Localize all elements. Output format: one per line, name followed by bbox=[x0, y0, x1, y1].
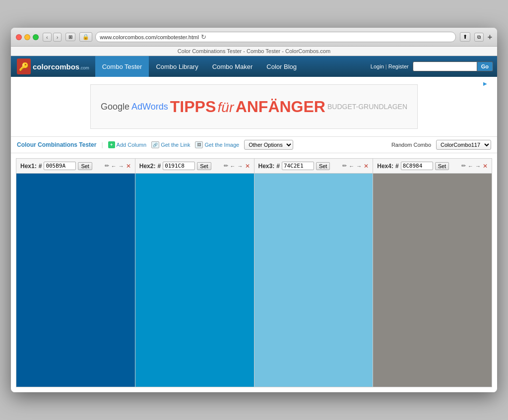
color-label-2: Hex2: # Set bbox=[139, 162, 211, 170]
hex-input-1[interactable] bbox=[44, 162, 76, 170]
address-bar-area: 🔒 www.colorcombos.com/combotester.html ↻ bbox=[79, 32, 455, 42]
search-button[interactable]: Go bbox=[477, 61, 493, 71]
ad-arrow-icon: ▶ bbox=[483, 81, 487, 86]
hex-label-4: Hex4: bbox=[377, 163, 393, 170]
nav-item-combo-tester[interactable]: Combo Tester bbox=[95, 56, 149, 77]
arrow-left-icon-2[interactable]: ← bbox=[230, 163, 236, 169]
share-button[interactable]: 🔒 bbox=[79, 32, 92, 42]
color-swatch-2 bbox=[135, 174, 254, 387]
arrow-right-icon-1[interactable]: → bbox=[119, 163, 124, 169]
hex-input-3[interactable] bbox=[282, 162, 314, 170]
new-tab-button[interactable]: ⧉ bbox=[474, 33, 484, 42]
edit-icon-4[interactable]: ✏ bbox=[461, 163, 466, 169]
hex-label-1: Hex1: bbox=[20, 163, 37, 170]
hash-symbol-2: # bbox=[157, 163, 161, 170]
minimize-button[interactable] bbox=[24, 34, 30, 40]
color-label-3: Hex3: # Set bbox=[258, 162, 330, 170]
add-column-button[interactable]: + Add Column bbox=[108, 141, 147, 148]
set-button-2[interactable]: Set bbox=[197, 162, 211, 170]
other-options-dropdown[interactable]: Other Options bbox=[244, 140, 293, 150]
nav-right: Login | Register Go bbox=[367, 61, 497, 71]
add-column-icon: + bbox=[108, 141, 115, 148]
color-header-actions-3: ✏ ← → ✕ bbox=[342, 163, 369, 170]
color-header-1: Hex1: # Set ✏ ← → ✕ bbox=[16, 159, 135, 174]
color-label-4: Hex4: # Set bbox=[377, 162, 449, 170]
set-button-1[interactable]: Set bbox=[78, 162, 92, 170]
page-title: Color Combinations Tester - Combo Tester… bbox=[178, 48, 330, 54]
hash-symbol-3: # bbox=[276, 163, 280, 170]
combo-name-dropdown[interactable]: ColorCombo117 bbox=[436, 140, 491, 150]
search-bar: Go bbox=[413, 61, 493, 71]
color-column-4: Hex4: # Set ✏ ← → ✕ bbox=[373, 159, 492, 387]
add-column-label: Add Column bbox=[117, 142, 147, 148]
hex-input-2[interactable] bbox=[163, 162, 195, 170]
hash-symbol-1: # bbox=[39, 163, 42, 170]
color-swatch-1 bbox=[16, 174, 135, 387]
delete-icon-3[interactable]: ✕ bbox=[364, 163, 369, 170]
hex-label-3: Hex3: bbox=[258, 163, 275, 170]
back-button[interactable]: ‹ bbox=[43, 33, 52, 42]
google-adwords: Google AdWords bbox=[101, 102, 168, 112]
arrow-right-icon-2[interactable]: → bbox=[238, 163, 243, 169]
nav-items: Combo Tester Combo Library Combo Maker C… bbox=[95, 56, 367, 77]
ad-tipps: TIPPS bbox=[170, 98, 216, 116]
login-link[interactable]: Login bbox=[371, 63, 384, 69]
ad-inner[interactable]: Google AdWords TIPPS für ANFÄNGER BUDGET… bbox=[90, 84, 418, 129]
arrow-left-icon-3[interactable]: ← bbox=[349, 163, 354, 169]
color-tester: Hex1: # Set ✏ ← → ✕ Hex2: # bbox=[11, 153, 497, 392]
logo-icon: 🔑 bbox=[17, 59, 31, 74]
search-input[interactable] bbox=[413, 61, 477, 71]
arrow-left-icon-1[interactable]: ← bbox=[111, 163, 117, 169]
share-button[interactable]: ⬆ bbox=[460, 32, 470, 42]
nav-item-color-blog[interactable]: Color Blog bbox=[259, 56, 304, 77]
edit-icon-2[interactable]: ✏ bbox=[224, 163, 228, 169]
color-header-2: Hex2: # Set ✏ ← → ✕ bbox=[135, 159, 254, 174]
set-button-4[interactable]: Set bbox=[435, 162, 449, 170]
ad-fur: für bbox=[218, 100, 234, 115]
maximize-button[interactable] bbox=[33, 34, 39, 40]
color-column-2: Hex2: # Set ✏ ← → ✕ bbox=[135, 159, 254, 387]
tab-view-button[interactable]: ⊞ bbox=[65, 33, 75, 41]
set-button-3[interactable]: Set bbox=[316, 162, 330, 170]
nav-item-combo-library[interactable]: Combo Library bbox=[149, 56, 205, 77]
nav-item-combo-maker[interactable]: Combo Maker bbox=[205, 56, 260, 77]
delete-icon-2[interactable]: ✕ bbox=[245, 163, 250, 170]
logo-text: colorcombos.com bbox=[33, 62, 89, 71]
ad-banner: ▶ Google AdWords TIPPS für ANFÄNGER BUDG… bbox=[11, 77, 497, 137]
ad-headline: TIPPS für ANFÄNGER bbox=[170, 98, 325, 116]
ad-budget: BUDGET-GRUNDLAGEN bbox=[327, 103, 407, 111]
hash-symbol-4: # bbox=[395, 163, 399, 170]
color-column-1: Hex1: # Set ✏ ← → ✕ bbox=[16, 159, 135, 387]
forward-button[interactable]: › bbox=[53, 33, 62, 42]
close-button[interactable] bbox=[16, 34, 22, 40]
get-image-label: Get the Image bbox=[204, 142, 239, 148]
color-header-4: Hex4: # Set ✏ ← → ✕ bbox=[373, 159, 492, 174]
color-header-actions-4: ✏ ← → ✕ bbox=[461, 163, 488, 170]
edit-icon-1[interactable]: ✏ bbox=[105, 163, 109, 169]
arrow-right-icon-4[interactable]: → bbox=[475, 163, 481, 169]
login-register: Login | Register bbox=[371, 63, 409, 69]
refresh-icon[interactable]: ↻ bbox=[201, 33, 206, 41]
get-link-button[interactable]: 🔗 Get the Link bbox=[151, 141, 190, 148]
toolbar-separator: | bbox=[101, 141, 103, 148]
navigation-bar: 🔑 colorcombos.com Combo Tester Combo Lib… bbox=[11, 56, 497, 77]
arrow-right-icon-3[interactable]: → bbox=[356, 163, 362, 169]
get-image-button[interactable]: 🖼 Get the Image bbox=[195, 141, 239, 148]
random-combo-label: Random Combo bbox=[391, 142, 431, 148]
color-label-1: Hex1: # Set bbox=[20, 162, 92, 170]
color-swatch-4 bbox=[373, 174, 492, 387]
address-bar[interactable]: www.colorcombos.com/combotester.html ↻ bbox=[95, 32, 455, 42]
hex-label-2: Hex2: bbox=[139, 163, 156, 170]
edit-icon-3[interactable]: ✏ bbox=[342, 163, 347, 169]
register-link[interactable]: Register bbox=[388, 63, 409, 69]
delete-icon-1[interactable]: ✕ bbox=[126, 163, 131, 170]
browser-window: ‹ › ⊞ 🔒 www.colorcombos.com/combotester.… bbox=[11, 28, 497, 392]
delete-icon-4[interactable]: ✕ bbox=[483, 163, 488, 170]
get-link-icon: 🔗 bbox=[151, 141, 159, 148]
color-columns: Hex1: # Set ✏ ← → ✕ Hex2: # bbox=[16, 158, 492, 387]
color-swatch-3 bbox=[254, 174, 373, 387]
add-tab-button[interactable]: + bbox=[488, 33, 492, 42]
hex-input-4[interactable] bbox=[401, 162, 433, 170]
arrow-left-icon-4[interactable]: ← bbox=[468, 163, 473, 169]
color-header-actions-1: ✏ ← → ✕ bbox=[105, 163, 131, 170]
